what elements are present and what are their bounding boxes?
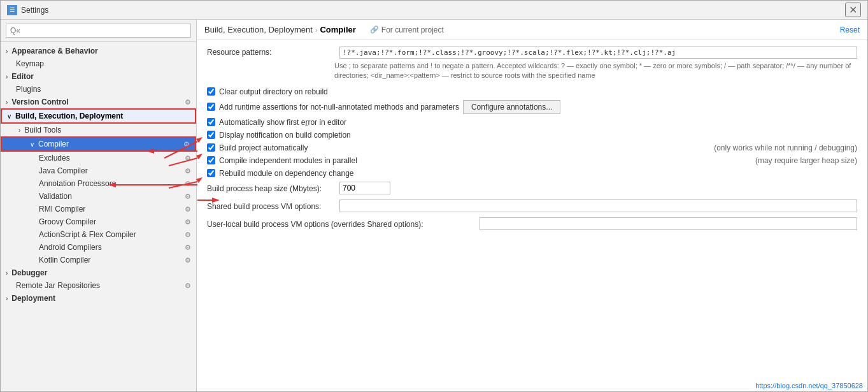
sidebar-item-kotlin-compiler[interactable]: Kotlin Compiler ⚙: [1, 254, 196, 266]
build-automatically-checkbox[interactable]: [207, 143, 215, 152]
chevron-icon: ›: [6, 48, 8, 55]
auto-show-error-checkbox[interactable]: [207, 118, 215, 126]
settings-icon: ⚙: [185, 98, 191, 106]
checkbox-compile-parallel: Compile independent modules in parallel …: [207, 156, 857, 165]
sidebar-item-label: Validation: [39, 192, 72, 201]
sidebar-item-label: Plugins: [16, 85, 41, 94]
resource-patterns-input[interactable]: [339, 47, 857, 59]
checkbox-auto-show-error: Automatically show first error in editor: [207, 118, 857, 127]
settings-icon: ⚙: [183, 140, 190, 149]
sidebar-item-label: Debugger: [11, 268, 47, 277]
sidebar-item-rmi-compiler[interactable]: RMI Compiler ⚙: [1, 203, 196, 215]
sidebar-item-label: Kotlin Compiler: [39, 256, 90, 265]
user-local-vm-label: User-local build process VM options (ove…: [207, 219, 474, 229]
for-project: 🔗 For current project: [370, 25, 444, 34]
sidebar-item-plugins[interactable]: Plugins: [1, 83, 196, 96]
shared-vm-label: Shared build process VM options:: [207, 201, 334, 211]
add-runtime-checkbox[interactable]: [207, 103, 215, 111]
for-project-text: For current project: [381, 25, 444, 34]
compile-parallel-note: (may require larger heap size): [755, 156, 857, 165]
sidebar-item-java-compiler[interactable]: Java Compiler ⚙: [1, 164, 196, 177]
resource-patterns-row: Resource patterns:: [207, 47, 857, 59]
close-button[interactable]: ✕: [845, 3, 861, 17]
settings-icon: ⚙: [185, 256, 191, 265]
heap-size-row: Build process heap size (Mbytes):: [207, 182, 857, 194]
user-local-vm-input[interactable]: [480, 217, 857, 230]
resource-patterns-label: Resource patterns:: [207, 47, 334, 57]
settings-window: ☰ Settings ✕ › Appearance & Behavior: [0, 0, 868, 392]
chevron-icon: ›: [6, 73, 8, 80]
chevron-down-icon: ∨: [7, 113, 11, 120]
sidebar-item-label: Android Compilers: [39, 243, 102, 252]
compile-parallel-label: Compile independent modules in parallel: [219, 156, 357, 165]
auto-show-error-label: Automatically show first error in editor: [219, 118, 346, 127]
sidebar-item-android-compilers[interactable]: Android Compilers ⚙: [1, 241, 196, 254]
chevron-icon: ›: [6, 295, 8, 302]
clear-output-label: Clear output directory on rebuild: [219, 87, 328, 96]
link-icon: 🔗: [370, 25, 379, 34]
sidebar-item-label: Editor: [11, 72, 34, 81]
sidebar-item-label: Excludes: [39, 154, 70, 163]
sidebar-item-label: Remote Jar Repositories: [16, 281, 100, 290]
sidebar-item-label: Deployment: [11, 294, 55, 303]
add-runtime-label: Add runtime assertions for not-null-anno…: [219, 103, 459, 112]
configure-annotations-button[interactable]: Configure annotations...: [463, 100, 560, 114]
watermark: https://blog.csdn.net/qq_37850628: [755, 382, 863, 389]
sidebar-item-build-execution[interactable]: ∨ Build, Execution, Deployment: [1, 108, 196, 124]
sidebar-item-label: Annotation Processors: [39, 179, 116, 188]
shared-vm-input[interactable]: [339, 200, 857, 212]
settings-icon: ⚙: [185, 192, 191, 201]
search-box: [1, 20, 196, 42]
sidebar-item-label: Compiler: [38, 140, 69, 149]
settings-icon: ⚙: [185, 243, 191, 252]
build-automatically-note: (only works while not running / debuggin…: [714, 143, 857, 152]
sidebar-item-debugger[interactable]: › Debugger: [1, 266, 196, 279]
sidebar-item-compiler[interactable]: ∨ Compiler ⚙: [1, 136, 196, 152]
sidebar-item-appearance[interactable]: › Appearance & Behavior: [1, 45, 196, 57]
sidebar-item-validation[interactable]: Validation ⚙: [1, 190, 196, 203]
app-icon: ☰: [7, 5, 17, 15]
checkbox-build-automatically: Build project automatically (only works …: [207, 143, 857, 152]
compile-parallel-checkbox[interactable]: [207, 156, 215, 164]
shared-vm-row: Shared build process VM options:: [207, 200, 857, 212]
rebuild-module-checkbox[interactable]: [207, 169, 215, 177]
sidebar-item-label: ActionScript & Flex Compiler: [39, 230, 136, 239]
clear-output-checkbox[interactable]: [207, 87, 215, 96]
display-notification-checkbox[interactable]: [207, 131, 215, 139]
sidebar-item-annotation-processors[interactable]: Annotation Processors ⚙: [1, 177, 196, 190]
sidebar-item-keymap[interactable]: Keymap: [1, 57, 196, 70]
sidebar-item-label: Version Control: [11, 98, 68, 106]
panel-body: Resource patterns: Use ; to separate pat…: [197, 40, 867, 391]
header-left: Build, Execution, Deployment › Compiler …: [204, 25, 444, 34]
sidebar-item-excludes[interactable]: Excludes ⚙: [1, 152, 196, 164]
checkbox-rebuild-module: Rebuild module on dependency change: [207, 169, 857, 178]
window-title: Settings: [21, 6, 48, 15]
settings-icon: ⚙: [185, 231, 191, 239]
heap-size-input[interactable]: [339, 182, 390, 194]
breadcrumb: Build, Execution, Deployment › Compiler: [204, 25, 356, 34]
sidebar-item-actionscript-compiler[interactable]: ActionScript & Flex Compiler ⚙: [1, 228, 196, 241]
sidebar-item-editor[interactable]: › Editor: [1, 70, 196, 83]
sidebar-item-label: Keymap: [16, 59, 44, 68]
title-bar: ☰ Settings ✕: [1, 1, 867, 20]
sidebar-item-version-control[interactable]: › Version Control ⚙: [1, 96, 196, 108]
sidebar-item-label: Java Compiler: [39, 166, 88, 175]
chevron-icon: ›: [6, 270, 8, 277]
title-bar-left: ☰ Settings: [7, 5, 48, 15]
sidebar-item-label: RMI Compiler: [39, 205, 85, 214]
sidebar-item-build-tools[interactable]: › Build Tools: [1, 124, 196, 136]
sidebar-item-remote-jar[interactable]: Remote Jar Repositories ⚙: [1, 279, 196, 292]
breadcrumb-separator: ›: [315, 26, 318, 34]
tree: › Appearance & Behavior Keymap › Editor: [1, 42, 196, 391]
checkbox-display-notification: Display notification on build completion: [207, 131, 857, 140]
checkbox-clear-output: Clear output directory on rebuild: [207, 87, 857, 96]
reset-button[interactable]: Reset: [840, 25, 860, 34]
sidebar-item-deployment[interactable]: › Deployment: [1, 292, 196, 305]
sidebar-item-groovy-compiler[interactable]: Groovy Compiler ⚙: [1, 215, 196, 228]
chevron-icon: ›: [18, 127, 20, 134]
user-local-vm-row: User-local build process VM options (ove…: [207, 217, 857, 230]
heap-size-label: Build process heap size (Mbytes):: [207, 183, 334, 193]
settings-icon: ⚙: [185, 154, 191, 163]
search-input[interactable]: [6, 24, 191, 38]
rebuild-module-label: Rebuild module on dependency change: [219, 169, 354, 178]
